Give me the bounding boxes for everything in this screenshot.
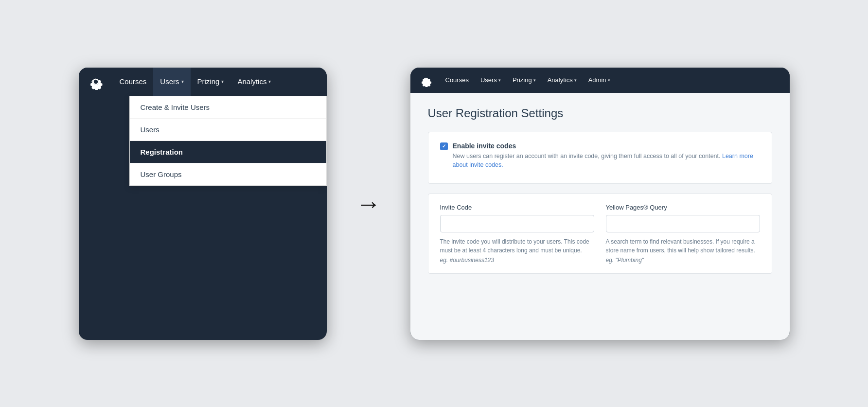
yellow-pages-input[interactable] (606, 215, 760, 232)
yellow-pages-label: Yellow Pages® Query (606, 204, 760, 211)
right-device: Courses Users ▾ Prizing ▾ Analytics ▾ Ad… (410, 68, 790, 340)
left-nav-analytics[interactable]: Analytics ▾ (230, 68, 278, 96)
invite-code-group: Invite Code The invite code you will dis… (440, 204, 594, 264)
fields-section: Invite Code The invite code you will dis… (428, 194, 772, 274)
left-device: Courses Users ▾ Prizing ▾ Analytics ▾ Cr… (79, 68, 327, 340)
enable-invite-desc: New users can register an account with a… (453, 152, 760, 170)
users-dropdown: Create & Invite Users Users Registration… (129, 96, 327, 186)
dropdown-user-groups[interactable]: User Groups (130, 163, 326, 185)
dropdown-users[interactable]: Users (130, 119, 326, 141)
page-title: User Registration Settings (428, 106, 772, 120)
left-nav-prizing[interactable]: Prizing ▾ (191, 68, 231, 96)
arrow-icon: → (356, 191, 381, 216)
fields-row: Invite Code The invite code you will dis… (440, 204, 760, 264)
users-chevron-icon: ▾ (181, 79, 184, 84)
dropdown-create-invite[interactable]: Create & Invite Users (130, 96, 326, 119)
right-nav-analytics[interactable]: Analytics ▾ (542, 68, 583, 93)
right-nav-prizing[interactable]: Prizing ▾ (507, 68, 542, 93)
prizing-chevron-icon: ▾ (221, 79, 224, 84)
right-nav-courses[interactable]: Courses (440, 68, 475, 93)
enable-invite-label: Enable invite codes (453, 142, 760, 150)
right-nav-bar: Courses Users ▾ Prizing ▾ Analytics ▾ Ad… (410, 68, 790, 93)
invite-code-example: eg. #ourbusiness123 (440, 257, 594, 264)
enable-invite-checkbox[interactable] (440, 142, 448, 150)
enable-invite-section: Enable invite codes New users can regist… (428, 132, 772, 184)
arrow-container: → (356, 191, 381, 216)
logo-icon (88, 73, 104, 90)
right-users-chevron-icon: ▾ (498, 78, 501, 83)
right-nav-users[interactable]: Users ▾ (475, 68, 507, 93)
right-admin-chevron-icon: ▾ (608, 78, 610, 83)
yellow-pages-example: eg. "Plumbing" (606, 257, 760, 264)
right-nav-admin[interactable]: Admin ▾ (583, 68, 616, 93)
invite-code-label: Invite Code (440, 204, 594, 211)
right-prizing-chevron-icon: ▾ (533, 78, 536, 83)
right-logo-icon (419, 73, 433, 87)
left-nav-users[interactable]: Users ▾ (153, 68, 190, 96)
yellow-pages-group: Yellow Pages® Query A search term to fin… (606, 204, 760, 264)
right-content: User Registration Settings Enable invite… (410, 93, 790, 340)
invite-code-input[interactable] (440, 215, 594, 232)
yellow-pages-hint: A search term to find relevant businesse… (606, 237, 760, 255)
invite-code-hint: The invite code you will distribute to y… (440, 237, 594, 255)
left-nav-courses[interactable]: Courses (113, 68, 154, 96)
analytics-chevron-icon: ▾ (268, 79, 271, 84)
left-nav-bar: Courses Users ▾ Prizing ▾ Analytics ▾ (79, 68, 327, 96)
dropdown-registration[interactable]: Registration (130, 141, 326, 163)
right-analytics-chevron-icon: ▾ (574, 78, 577, 83)
